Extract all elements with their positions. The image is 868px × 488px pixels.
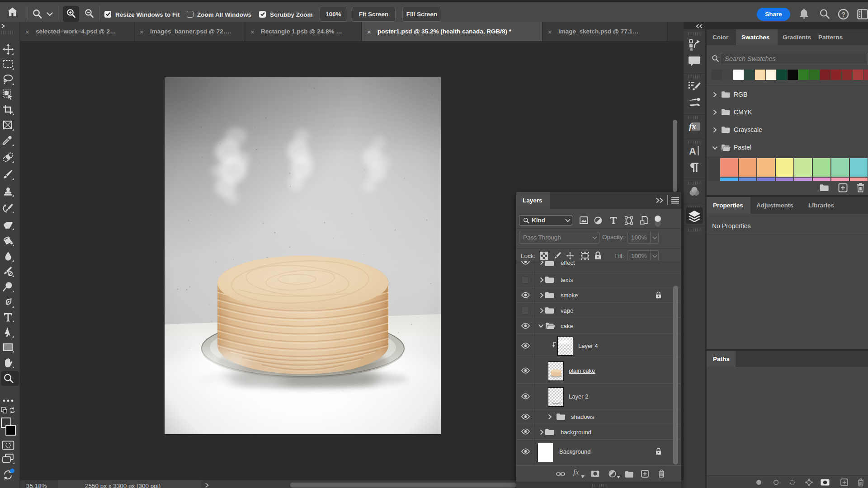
svg-text:fx: fx bbox=[689, 122, 696, 131]
svg-text:?: ? bbox=[841, 11, 845, 18]
svg-text:A: A bbox=[689, 145, 696, 156]
